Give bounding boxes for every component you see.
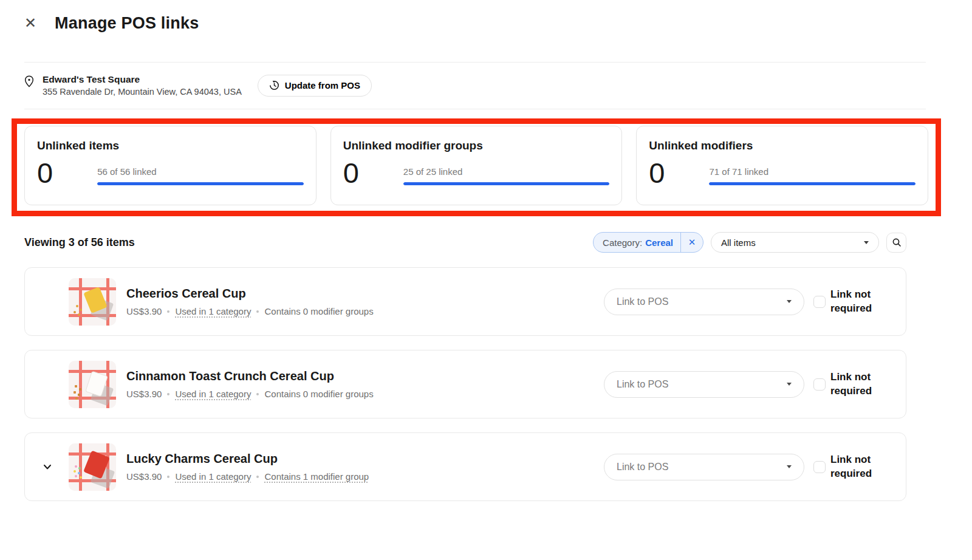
link-not-required-control: Link not required — [813, 453, 878, 480]
link-not-required-control: Link not required — [813, 288, 878, 315]
item-info: Cinnamon Toast Crunch Cereal Cup US$3.90… — [126, 369, 374, 399]
progress-bar — [403, 182, 610, 185]
progress-label: 25 of 25 linked — [403, 166, 610, 177]
progress-fill — [709, 182, 916, 185]
item-meta: US$3.90 Used in 1 category Contains 0 mo… — [126, 389, 374, 399]
items-filter-value: All items — [721, 237, 756, 248]
item-name: Cheerios Cereal Cup — [126, 287, 374, 301]
link-not-required-label: Link not required — [830, 453, 878, 480]
chevron-down-icon — [787, 465, 792, 468]
expand-chevron-icon[interactable] — [43, 464, 52, 470]
store-address: 355 Ravendale Dr, Mountain View, CA 9404… — [43, 87, 242, 97]
item-price: US$3.90 — [126, 306, 162, 316]
stat-count: 0 — [37, 159, 52, 187]
item-image — [69, 278, 116, 326]
modal-header: ✕ Manage POS links — [0, 0, 972, 36]
item-image — [69, 361, 116, 408]
filter-chip-value: Cereal — [645, 237, 673, 248]
item-image — [69, 443, 116, 491]
item-modifier-info[interactable]: Contains 1 modifier group — [264, 471, 369, 482]
item-row-cheerios: Cheerios Cereal Cup US$3.90 Used in 1 ca… — [24, 267, 906, 336]
link-not-required-checkbox[interactable] — [813, 296, 826, 308]
item-info: Cheerios Cereal Cup US$3.90 Used in 1 ca… — [126, 287, 374, 316]
refresh-clock-icon — [269, 80, 279, 90]
progress-fill — [403, 182, 610, 185]
stat-card-title: Unlinked items — [37, 139, 304, 152]
stat-card-unlinked-modifier-groups: Unlinked modifier groups 0 25 of 25 link… — [330, 126, 623, 205]
close-icon[interactable]: ✕ — [24, 16, 36, 30]
stat-count: 0 — [649, 159, 664, 187]
divider — [24, 109, 926, 109]
item-info: Lucky Charms Cereal Cup US$3.90 Used in … — [126, 452, 369, 482]
item-row-lucky-charms: Lucky Charms Cereal Cup US$3.90 Used in … — [24, 432, 906, 501]
item-meta: US$3.90 Used in 1 category Contains 0 mo… — [126, 306, 374, 316]
progress-label: 71 of 71 linked — [709, 166, 916, 177]
page-title: Manage POS links — [55, 14, 199, 33]
dot-separator — [256, 393, 259, 395]
dot-separator — [256, 476, 259, 478]
items-filter-dropdown[interactable]: All items — [711, 232, 879, 253]
items-toolbar: Viewing 3 of 56 items Category: Cereal ✕… — [24, 232, 906, 253]
dot-separator — [167, 393, 169, 395]
progress-bar — [97, 182, 304, 185]
stat-card-title: Unlinked modifier groups — [343, 139, 610, 152]
link-not-required-label: Link not required — [830, 288, 878, 315]
annotation-highlight-box: Unlinked items 0 56 of 56 linked Unlinke… — [12, 118, 941, 216]
location-pin-icon — [24, 75, 34, 87]
filter-chip-prefix: Category: — [603, 237, 642, 248]
store-name: Edward's Test Square — [43, 74, 242, 85]
item-price: US$3.90 — [126, 471, 162, 482]
link-to-pos-placeholder: Link to POS — [617, 379, 668, 390]
stat-count: 0 — [343, 159, 358, 187]
update-from-pos-button[interactable]: Update from POS — [258, 75, 372, 97]
update-from-pos-label: Update from POS — [285, 80, 360, 90]
link-to-pos-dropdown[interactable]: Link to POS — [604, 454, 804, 480]
dot-separator — [167, 310, 169, 313]
link-not-required-label: Link not required — [830, 370, 878, 397]
item-modifier-info: Contains 0 modifier groups — [264, 306, 373, 316]
search-button[interactable] — [886, 233, 906, 253]
link-not-required-checkbox[interactable] — [813, 461, 826, 473]
search-icon — [892, 237, 902, 247]
link-not-required-checkbox[interactable] — [813, 378, 826, 391]
item-category-usage[interactable]: Used in 1 category — [175, 471, 251, 482]
item-modifier-info: Contains 0 modifier groups — [264, 389, 373, 399]
link-to-pos-placeholder: Link to POS — [617, 296, 668, 307]
viewing-count-label: Viewing 3 of 56 items — [24, 236, 135, 249]
item-category-usage[interactable]: Used in 1 category — [175, 389, 251, 399]
stats-cards: Unlinked items 0 56 of 56 linked Unlinke… — [24, 126, 928, 205]
link-to-pos-placeholder: Link to POS — [617, 462, 668, 473]
item-category-usage[interactable]: Used in 1 category — [175, 306, 251, 316]
item-price: US$3.90 — [126, 389, 162, 399]
chevron-down-icon — [787, 383, 792, 386]
items-list: Cheerios Cereal Cup US$3.90 Used in 1 ca… — [24, 267, 906, 501]
chevron-down-icon — [787, 300, 792, 303]
stat-card-unlinked-items: Unlinked items 0 56 of 56 linked — [24, 126, 317, 205]
item-meta: US$3.90 Used in 1 category Contains 1 mo… — [126, 471, 369, 482]
dot-separator — [256, 310, 259, 313]
chevron-down-icon — [864, 241, 869, 244]
item-row-cinnamon-toast-crunch: Cinnamon Toast Crunch Cereal Cup US$3.90… — [24, 350, 906, 418]
item-name: Cinnamon Toast Crunch Cereal Cup — [126, 369, 374, 383]
dot-separator — [167, 476, 169, 478]
item-name: Lucky Charms Cereal Cup — [126, 452, 369, 466]
progress-label: 56 of 56 linked — [97, 166, 304, 177]
category-filter-chip[interactable]: Category: Cereal ✕ — [593, 232, 703, 253]
location-info: Edward's Test Square 355 Ravendale Dr, M… — [43, 74, 242, 97]
remove-filter-icon[interactable]: ✕ — [681, 233, 703, 252]
link-to-pos-dropdown[interactable]: Link to POS — [604, 371, 804, 398]
link-to-pos-dropdown[interactable]: Link to POS — [604, 289, 804, 315]
location-bar: Edward's Test Square 355 Ravendale Dr, M… — [0, 63, 972, 109]
progress-fill — [97, 182, 304, 185]
link-not-required-control: Link not required — [813, 370, 878, 397]
stat-card-title: Unlinked modifiers — [649, 139, 916, 152]
progress-bar — [709, 182, 916, 185]
stat-card-unlinked-modifiers: Unlinked modifiers 0 71 of 71 linked — [636, 126, 928, 205]
